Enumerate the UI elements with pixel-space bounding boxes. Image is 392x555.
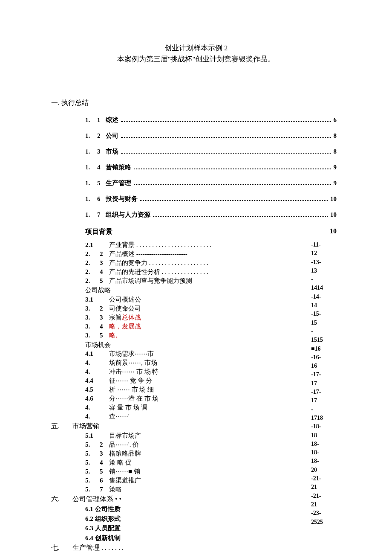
item-num: 2.: [85, 267, 100, 276]
page-ref: 1718: [311, 414, 341, 422]
page-ref: -: [311, 327, 341, 336]
document-page: 创业计划样本示例 2 本案例为第三届"挑战杯"创业计划竞赛银奖作品。 一. 执行…: [0, 0, 392, 555]
item-subnum: 4: [100, 322, 109, 331]
sec6-line: 6.2 组织形式: [85, 514, 311, 524]
toc-dots: [134, 184, 331, 185]
page-ref: 1414: [311, 284, 341, 292]
item-num: 5.: [85, 476, 100, 485]
toc-item-row: 4.容 量 市 场 调: [85, 403, 311, 412]
item-text: 司使命公司: [109, 304, 141, 313]
item-subnum: 5: [100, 276, 109, 285]
toc-label: 营销策略: [106, 163, 131, 171]
item-text: 宗旨总体战: [109, 313, 141, 322]
item-text: 略，发展战: [109, 322, 141, 331]
sec6-line: 6.3 人员配置: [85, 523, 311, 533]
page-ref: 2525: [311, 518, 341, 526]
item-text: 产品的竞争力 . . . . . . . . . . . . . . . . .…: [109, 259, 208, 267]
item-num: 5.: [85, 440, 100, 449]
toc-dots: [121, 152, 331, 154]
item-subnum: 7: [100, 485, 109, 494]
page-ref: 13: [311, 267, 341, 275]
toc-label: 市场: [106, 148, 118, 156]
toc-row: 1.2公司8: [85, 132, 337, 140]
toc-item-row: 5.1目标市场产: [85, 431, 311, 440]
toc-label: 生产管理: [106, 179, 131, 187]
item-subnum: 3: [100, 259, 109, 267]
item-text: 公司概述公: [109, 295, 141, 304]
roman-6-num: 六.: [51, 494, 72, 504]
toc-row: 1.5生产管理9: [85, 179, 337, 187]
item-text: 查⋯⋯': [109, 412, 130, 421]
item-num: 4.1: [85, 349, 100, 358]
toc-page: 8: [334, 132, 337, 139]
toc-num: 1.: [85, 195, 97, 203]
toc-label: 公司: [106, 132, 118, 140]
page-ref: 21: [311, 500, 341, 509]
project-background-label: 项目背景: [85, 227, 112, 236]
item-text: 策 略 促: [109, 458, 132, 467]
page-ref: -17-: [311, 388, 341, 396]
item-text: 售渠道推广: [109, 476, 141, 485]
item-num: 4.: [85, 403, 100, 412]
item-text: 容 量 市 场 调: [109, 403, 147, 412]
toc-num: 1.: [85, 148, 97, 155]
page-ref: 15: [311, 319, 341, 327]
roman-7-num: 七.: [51, 543, 72, 553]
toc-item-row: 5.7策略: [85, 485, 311, 494]
toc-dots: [121, 121, 331, 122]
item-text: 产品市场调查与竞争能力预测: [109, 276, 192, 285]
toc-section-1: 1.1综述61.2公司81.3市场81.4营销策略91.5生产管理91.6投资与…: [85, 116, 337, 219]
lower-block: 2.1产业背景 . . . . . . . . . . . . . . . . …: [51, 241, 341, 553]
sec6-line: 6.1 公司性质: [85, 504, 311, 514]
toc-item-row: 3.1公司概述公: [85, 295, 311, 304]
item-num: 4.5: [85, 385, 100, 394]
section-4-items: 4.1市场需求⋯⋯市4.场前景⋯⋯, 市场4.冲击⋯⋯ 市 场 特4.4征⋯⋯ …: [85, 349, 311, 421]
toc-item-row: 4.冲击⋯⋯ 市 场 特: [85, 367, 311, 376]
page-ref: -18-: [311, 422, 341, 431]
toc-page: 10: [330, 211, 337, 218]
page-ref: -: [311, 275, 341, 284]
toc-item-row: 3.2司使命公司: [85, 304, 311, 313]
item-num: 3.: [85, 322, 100, 331]
section-heading-1: 一. 执行总结: [51, 99, 341, 108]
item-num: 5.1: [85, 431, 100, 440]
item-num: 5.: [85, 467, 100, 476]
item-text: 策略: [109, 485, 122, 494]
roman-5-label: 市场营销: [72, 421, 100, 431]
item-text: 征⋯⋯ 竞 争 分: [109, 376, 152, 385]
toc-num: 1.: [85, 211, 97, 218]
page-ref: -: [311, 405, 341, 414]
toc-page: 10: [330, 195, 337, 203]
item-text: 场前景⋯⋯, 市场: [109, 358, 157, 367]
roman-7-label: 生产管理 . . . . . . .: [72, 543, 124, 553]
section-5-items: 5.1目标市场产5.2品⋯⋯'. 价5.3格策略品牌5.4策 略 促5.5销⋯⋯…: [85, 431, 311, 494]
item-text: 冲击⋯⋯ 市 场 特: [109, 367, 159, 376]
item-text: 销⋯⋯■ 销: [109, 467, 140, 476]
item-subnum: 2: [100, 440, 109, 449]
roman-6-row: 六. 公司管理体系 • •: [51, 494, 311, 504]
toc-dots: [153, 215, 328, 217]
toc-subnum: 5: [97, 180, 106, 187]
toc-num: 1.: [85, 116, 97, 124]
title-block: 创业计划样本示例 2 本案例为第三届"挑战杯"创业计划竞赛银奖作品。: [51, 43, 341, 64]
section-3-title: 市场机会: [85, 340, 311, 350]
toc-item-row: 4.4征⋯⋯ 竞 争 分: [85, 376, 311, 385]
item-text: 析 ⋯⋯ 市 场 细: [109, 385, 154, 394]
item-text: 分⋯⋯潜 在 市 场: [109, 394, 159, 403]
page-ref: 1515: [311, 336, 341, 344]
page-ref: -17-: [311, 370, 341, 379]
roman-5-row: 五. 市场营销: [51, 421, 311, 431]
toc-row: 1.3市场8: [85, 148, 337, 156]
page-ref: -21-: [311, 492, 341, 500]
item-subnum: 4: [100, 267, 109, 276]
toc-item-row: 5.5销⋯⋯■ 销: [85, 467, 311, 476]
item-text: 产品的先进性分析 . . . . . . . . . . . . . . .: [109, 267, 208, 276]
item-num: 3.: [85, 304, 100, 313]
item-num: 5.: [85, 449, 100, 458]
page-ref: 17: [311, 379, 341, 388]
project-background-row: 项目背景 10: [85, 227, 341, 236]
toc-label: 投资与财务: [106, 195, 138, 203]
toc-page: 9: [334, 164, 337, 171]
item-num: 4.4: [85, 376, 100, 385]
sec6-line: 6.4 创新机制: [85, 533, 311, 543]
